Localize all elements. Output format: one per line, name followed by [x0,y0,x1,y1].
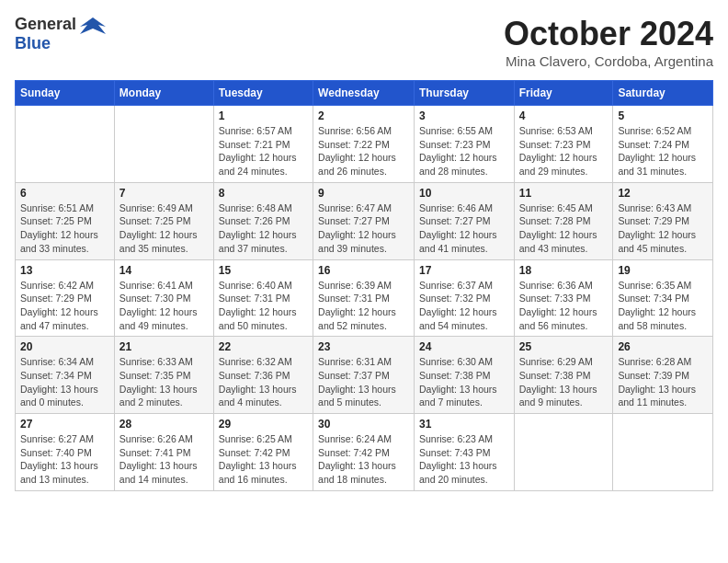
cell-content: Sunrise: 6:51 AM Sunset: 7:25 PM Dayligh… [20,201,109,256]
calendar-cell: 15Sunrise: 6:40 AM Sunset: 7:31 PM Dayli… [213,259,313,337]
day-number: 7 [119,187,209,200]
day-number: 20 [20,340,109,353]
cell-content: Sunrise: 6:46 AM Sunset: 7:27 PM Dayligh… [419,201,509,256]
day-number: 9 [318,187,409,200]
calendar-cell: 24Sunrise: 6:30 AM Sunset: 7:38 PM Dayli… [414,337,514,414]
calendar-cell: 30Sunrise: 6:24 AM Sunset: 7:42 PM Dayli… [313,414,415,491]
cell-content: Sunrise: 6:37 AM Sunset: 7:32 PM Dayligh… [419,279,509,333]
cell-content: Sunrise: 6:41 AM Sunset: 7:30 PM Dayligh… [119,279,209,333]
day-number: 1 [219,109,308,122]
cell-content: Sunrise: 6:27 AM Sunset: 7:40 PM Dayligh… [20,432,109,487]
calendar-cell: 29Sunrise: 6:25 AM Sunset: 7:42 PM Dayli… [213,414,313,491]
calendar-cell: 11Sunrise: 6:45 AM Sunset: 7:28 PM Dayli… [514,182,613,259]
day-number: 22 [219,340,308,353]
calendar-cell: 12Sunrise: 6:43 AM Sunset: 7:29 PM Dayli… [613,182,713,259]
calendar-cell [514,414,613,491]
calendar-cell: 7Sunrise: 6:49 AM Sunset: 7:25 PM Daylig… [114,182,213,259]
day-number: 16 [318,264,409,277]
day-number: 17 [419,264,509,277]
calendar-cell: 20Sunrise: 6:34 AM Sunset: 7:34 PM Dayli… [16,337,115,414]
calendar-cell: 3Sunrise: 6:55 AM Sunset: 7:23 PM Daylig… [414,106,514,183]
calendar-cell: 14Sunrise: 6:41 AM Sunset: 7:30 PM Dayli… [114,259,213,337]
day-number: 25 [519,340,609,353]
cell-content: Sunrise: 6:30 AM Sunset: 7:38 PM Dayligh… [419,355,509,409]
day-header-saturday: Saturday [613,81,713,106]
calendar-cell: 23Sunrise: 6:31 AM Sunset: 7:37 PM Dayli… [313,337,415,414]
day-number: 12 [618,187,708,200]
cell-content: Sunrise: 6:31 AM Sunset: 7:37 PM Dayligh… [318,355,409,409]
cell-content: Sunrise: 6:29 AM Sunset: 7:38 PM Dayligh… [519,355,609,409]
cell-content: Sunrise: 6:28 AM Sunset: 7:39 PM Dayligh… [618,355,708,409]
cell-content: Sunrise: 6:24 AM Sunset: 7:42 PM Dayligh… [318,432,409,487]
calendar-cell: 25Sunrise: 6:29 AM Sunset: 7:38 PM Dayli… [514,337,613,414]
calendar-cell: 22Sunrise: 6:32 AM Sunset: 7:36 PM Dayli… [213,337,313,414]
day-number: 23 [318,340,409,353]
day-number: 5 [618,109,708,122]
calendar-week-0: 1Sunrise: 6:57 AM Sunset: 7:21 PM Daylig… [16,106,713,183]
cell-content: Sunrise: 6:42 AM Sunset: 7:29 PM Dayligh… [20,279,109,333]
cell-content: Sunrise: 6:47 AM Sunset: 7:27 PM Dayligh… [318,201,409,256]
svg-marker-0 [80,17,106,34]
cell-content: Sunrise: 6:57 AM Sunset: 7:21 PM Dayligh… [219,124,308,178]
logo-text-general: General [15,15,76,34]
cell-content: Sunrise: 6:36 AM Sunset: 7:33 PM Dayligh… [519,279,609,333]
calendar-cell: 21Sunrise: 6:33 AM Sunset: 7:35 PM Dayli… [114,337,213,414]
calendar-cell: 10Sunrise: 6:46 AM Sunset: 7:27 PM Dayli… [414,182,514,259]
cell-content: Sunrise: 6:56 AM Sunset: 7:22 PM Dayligh… [318,124,409,178]
cell-content: Sunrise: 6:33 AM Sunset: 7:35 PM Dayligh… [119,355,209,409]
day-number: 6 [20,187,109,200]
calendar-cell: 26Sunrise: 6:28 AM Sunset: 7:39 PM Dayli… [613,337,713,414]
day-number: 3 [419,109,509,122]
day-header-thursday: Thursday [414,81,514,106]
day-number: 8 [219,187,308,200]
calendar-cell: 13Sunrise: 6:42 AM Sunset: 7:29 PM Dayli… [16,259,115,337]
day-number: 30 [318,418,409,431]
month-title: October 2024 [504,15,713,53]
cell-content: Sunrise: 6:32 AM Sunset: 7:36 PM Dayligh… [219,355,308,409]
day-header-tuesday: Tuesday [213,81,313,106]
logo-text-blue: Blue [15,34,51,52]
day-number: 18 [519,264,609,277]
day-header-sunday: Sunday [16,81,115,106]
cell-content: Sunrise: 6:34 AM Sunset: 7:34 PM Dayligh… [20,355,109,409]
day-header-wednesday: Wednesday [313,81,415,106]
logo-bird-icon [80,16,106,34]
cell-content: Sunrise: 6:40 AM Sunset: 7:31 PM Dayligh… [219,279,308,333]
title-section: October 2024 Mina Clavero, Cordoba, Arge… [504,15,713,69]
cell-content: Sunrise: 6:23 AM Sunset: 7:43 PM Dayligh… [419,432,509,487]
calendar-cell: 5Sunrise: 6:52 AM Sunset: 7:24 PM Daylig… [613,106,713,183]
day-number: 14 [119,264,209,277]
location: Mina Clavero, Cordoba, Argentina [504,53,713,69]
calendar-cell: 31Sunrise: 6:23 AM Sunset: 7:43 PM Dayli… [414,414,514,491]
cell-content: Sunrise: 6:43 AM Sunset: 7:29 PM Dayligh… [618,201,708,256]
calendar-cell: 1Sunrise: 6:57 AM Sunset: 7:21 PM Daylig… [213,106,313,183]
calendar-week-1: 6Sunrise: 6:51 AM Sunset: 7:25 PM Daylig… [16,182,713,259]
day-number: 19 [618,264,708,277]
day-number: 31 [419,418,509,431]
calendar-cell [16,106,115,183]
calendar-week-2: 13Sunrise: 6:42 AM Sunset: 7:29 PM Dayli… [16,259,713,337]
day-number: 10 [419,187,509,200]
day-number: 27 [20,418,109,431]
calendar-week-3: 20Sunrise: 6:34 AM Sunset: 7:34 PM Dayli… [16,337,713,414]
page-header: General Blue October 2024 Mina Clavero, … [15,15,713,69]
day-header-friday: Friday [514,81,613,106]
cell-content: Sunrise: 6:48 AM Sunset: 7:26 PM Dayligh… [219,201,308,256]
cell-content: Sunrise: 6:35 AM Sunset: 7:34 PM Dayligh… [618,279,708,333]
calendar-cell: 19Sunrise: 6:35 AM Sunset: 7:34 PM Dayli… [613,259,713,337]
day-number: 26 [618,340,708,353]
calendar-cell: 16Sunrise: 6:39 AM Sunset: 7:31 PM Dayli… [313,259,415,337]
day-number: 2 [318,109,409,122]
calendar-cell: 28Sunrise: 6:26 AM Sunset: 7:41 PM Dayli… [114,414,213,491]
calendar-cell [114,106,213,183]
day-number: 15 [219,264,308,277]
cell-content: Sunrise: 6:25 AM Sunset: 7:42 PM Dayligh… [219,432,308,487]
calendar-cell [613,414,713,491]
calendar-cell: 17Sunrise: 6:37 AM Sunset: 7:32 PM Dayli… [414,259,514,337]
day-header-monday: Monday [114,81,213,106]
cell-content: Sunrise: 6:55 AM Sunset: 7:23 PM Dayligh… [419,124,509,178]
day-number: 29 [219,418,308,431]
calendar-cell: 6Sunrise: 6:51 AM Sunset: 7:25 PM Daylig… [16,182,115,259]
day-number: 4 [519,109,609,122]
calendar-table: SundayMondayTuesdayWednesdayThursdayFrid… [15,80,713,491]
